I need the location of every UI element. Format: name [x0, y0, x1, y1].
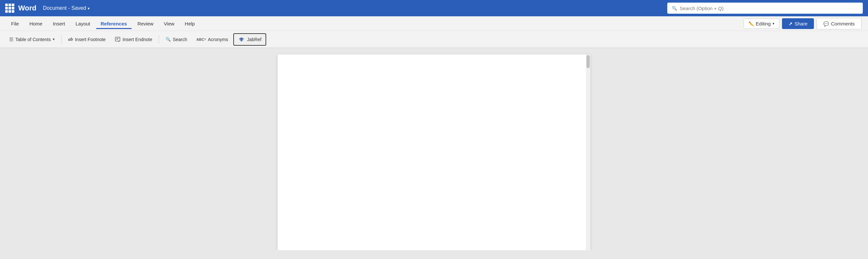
- share-icon: [788, 21, 793, 26]
- page-scrollbar[interactable]: [586, 55, 590, 250]
- search-toolbar-icon: [165, 37, 171, 42]
- search-input[interactable]: [680, 5, 858, 11]
- doc-area: [0, 48, 868, 250]
- jabref-label: JabRef: [247, 37, 261, 42]
- toolbar-separator-2: [159, 35, 159, 44]
- toolbar: Table of Contents ▾ ab Insert Footnote 1: [0, 31, 868, 48]
- waffle-icon: [5, 4, 14, 13]
- toc-label: Table of Contents: [15, 37, 51, 42]
- search-icon: [672, 5, 677, 11]
- comment-icon: [824, 21, 829, 26]
- ribbon-right: Editing ▾ Share Comments: [744, 18, 862, 29]
- jabref-button[interactable]: JabRef: [233, 33, 266, 46]
- acronyms-button[interactable]: ABC? Acronyms: [192, 35, 232, 44]
- insert-footnote-label: Insert Footnote: [75, 37, 105, 42]
- endnote-icon: 1: [115, 36, 121, 42]
- waffle-button[interactable]: [5, 4, 14, 13]
- menu-layout[interactable]: Layout: [71, 19, 95, 28]
- search-bar[interactable]: [667, 3, 863, 14]
- editing-label: Editing: [756, 21, 771, 26]
- toc-chevron: ▾: [53, 37, 55, 41]
- ribbon: File Home Insert Layout References Revie…: [0, 16, 868, 48]
- menu-home[interactable]: Home: [25, 19, 47, 28]
- comments-button[interactable]: Comments: [816, 18, 862, 29]
- comments-label: Comments: [831, 21, 855, 26]
- toolbar-separator-1: [61, 35, 62, 44]
- menu-help[interactable]: Help: [180, 19, 199, 28]
- share-label: Share: [794, 21, 807, 26]
- app-name: Word: [18, 4, 36, 12]
- jabref-icon: [238, 36, 245, 43]
- editing-chevron: ▾: [773, 22, 774, 26]
- menu-file[interactable]: File: [6, 19, 24, 28]
- menu-view[interactable]: View: [159, 19, 179, 28]
- scrollbar-thumb: [587, 55, 590, 68]
- toc-icon: [9, 36, 13, 42]
- doc-title[interactable]: Document - Saved ▾: [43, 5, 90, 11]
- insert-endnote-label: Insert Endnote: [123, 37, 152, 42]
- pencil-icon: [748, 21, 754, 26]
- doc-title-arrow: ▾: [88, 6, 90, 11]
- insert-endnote-button[interactable]: 1 Insert Endnote: [111, 35, 156, 45]
- doc-title-text: Document - Saved: [43, 5, 86, 11]
- footnote-icon: ab: [68, 36, 73, 42]
- menu-references[interactable]: References: [96, 19, 132, 28]
- search-label: Search: [173, 37, 187, 42]
- menu-bar: File Home Insert Layout References Revie…: [0, 16, 868, 31]
- insert-footnote-button[interactable]: ab Insert Footnote: [64, 35, 110, 44]
- editing-button[interactable]: Editing ▾: [744, 19, 780, 29]
- acronyms-icon: ABC?: [196, 37, 206, 41]
- toc-button[interactable]: Table of Contents ▾: [5, 35, 59, 45]
- title-bar: Word Document - Saved ▾: [0, 0, 868, 16]
- acronyms-label: Acronyms: [208, 37, 228, 42]
- doc-page: [278, 55, 590, 250]
- menu-review[interactable]: Review: [133, 19, 158, 28]
- share-button[interactable]: Share: [782, 18, 814, 29]
- search-button[interactable]: Search: [162, 35, 191, 44]
- menu-insert[interactable]: Insert: [48, 19, 70, 28]
